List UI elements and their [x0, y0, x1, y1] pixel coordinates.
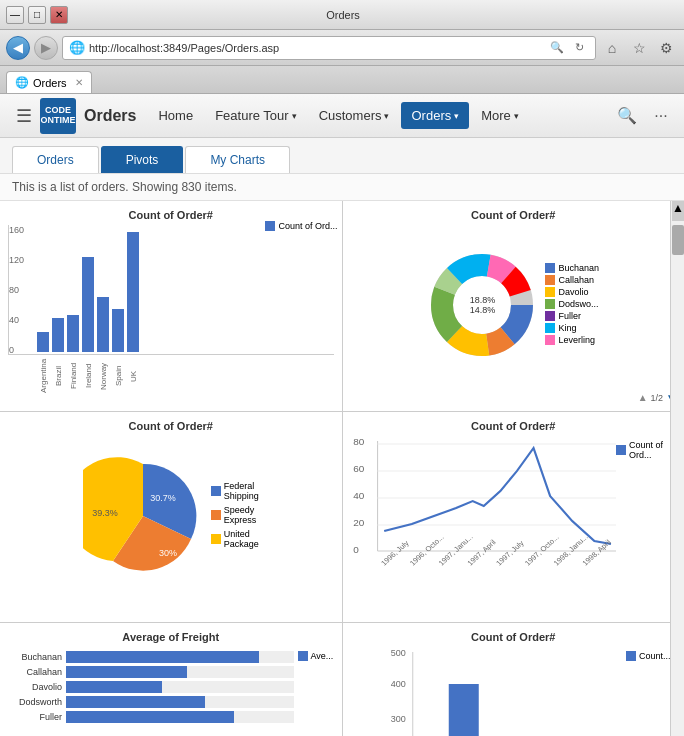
back-button[interactable]: ◀: [6, 36, 30, 60]
donut-legend-king: King: [545, 323, 599, 333]
donut-chart-title: Count of Order#: [351, 209, 677, 221]
tab-my-charts-label: My Charts: [210, 153, 265, 167]
line-legend-color: [616, 445, 626, 455]
hbar-row-davolio: Davolio: [8, 681, 294, 693]
svg-text:300: 300: [390, 714, 405, 724]
hbar-legend: Ave...: [294, 647, 334, 730]
bar-norway: [97, 297, 109, 352]
nav-home[interactable]: Home: [148, 102, 203, 129]
page-tabs: Orders Pivots My Charts: [0, 138, 684, 174]
browser-toolbar-right: ⌂ ☆ ⚙: [600, 36, 678, 60]
nav-more[interactable]: More ▾: [471, 102, 529, 129]
forward-button[interactable]: ▶: [34, 36, 58, 60]
donut-center-label2: 14.8%: [470, 305, 496, 315]
scroll-thumb[interactable]: [672, 225, 684, 255]
line-chart-cell: Count of Order# 80 60 40 20: [343, 412, 685, 622]
buchanan-color: [545, 263, 555, 273]
tab-favicon: 🌐: [15, 76, 29, 89]
favorites-icon[interactable]: ☆: [627, 36, 651, 60]
app-logo: CODE ONTIME: [40, 98, 76, 134]
donut-legend-davolio: Davolio: [545, 287, 599, 297]
bar2-chart-cell: Count of Order# 500 400 300: [343, 623, 685, 736]
donut-legend-buchanan: Buchanan: [545, 263, 599, 273]
bar-chart-cell: Count of Order# 160 120 80 40 0: [0, 201, 342, 411]
address-favicon: 🌐: [69, 40, 85, 55]
window-title: Orders: [326, 9, 360, 21]
nav-search-button[interactable]: 🔍: [612, 101, 642, 131]
tab-my-charts[interactable]: My Charts: [185, 146, 290, 173]
nav-more-button[interactable]: ···: [646, 101, 676, 131]
hbar-legend-item: Ave...: [298, 651, 334, 661]
bar-legend-item: Count of Ord...: [265, 221, 337, 231]
leverling-color: [545, 335, 555, 345]
nav-feature-tour-label: Feature Tour: [215, 108, 288, 123]
hbar-row-callahan: Callahan: [8, 666, 294, 678]
donut-legend: Buchanan Callahan Davolio: [545, 263, 599, 347]
address-bar[interactable]: 🌐 http://localhost:3849/Pages/Orders.asp…: [62, 36, 596, 60]
pie-chart-cell: Count of Order# 30.7%: [0, 412, 342, 622]
bar-legend-label: Count of Ord...: [278, 221, 337, 231]
titlebar-left: — □ ✕: [6, 6, 68, 24]
tab-orders[interactable]: Orders: [12, 146, 99, 173]
maximize-button[interactable]: □: [28, 6, 46, 24]
svg-text:500: 500: [390, 648, 405, 658]
info-bar: This is a list of orders. Showing 830 it…: [0, 174, 684, 201]
svg-text:30%: 30%: [159, 548, 177, 558]
settings-icon[interactable]: ⚙: [654, 36, 678, 60]
bar-brazil: [52, 318, 64, 352]
logo-line2: ONTIME: [41, 116, 76, 126]
bar2-legend-item: Count...: [626, 651, 676, 661]
nav-more-label: More: [481, 108, 511, 123]
scrollbar[interactable]: ▲ ▼: [670, 201, 684, 736]
nav-customers[interactable]: Customers ▾: [309, 102, 400, 129]
hbar-row-buchanan: Buchanan: [8, 651, 294, 663]
tab-label: Orders: [33, 77, 67, 89]
address-text: http://localhost:3849/Pages/Orders.asp: [89, 42, 543, 54]
federal-color: [211, 486, 221, 496]
united-color: [211, 534, 221, 544]
info-text: This is a list of orders. Showing 830 it…: [12, 180, 237, 194]
donut-legend-dodsworth: Dodswо...: [545, 299, 599, 309]
svg-text:20: 20: [353, 517, 364, 527]
hamburger-menu[interactable]: ☰: [8, 100, 40, 132]
svg-rect-37: [448, 684, 478, 736]
bar-legend-color: [265, 221, 275, 231]
line-chart-title: Count of Order#: [351, 420, 677, 432]
svg-text:1996, July: 1996, July: [378, 539, 410, 568]
address-actions: 🔍 ↻: [547, 38, 589, 58]
feature-tour-arrow: ▾: [292, 111, 297, 121]
bar-uk: [127, 232, 139, 352]
tab-pivots[interactable]: Pivots: [101, 146, 184, 173]
hbar-area: Buchanan Callahan Davolio: [8, 647, 294, 730]
nav-orders-label: Orders: [411, 108, 451, 123]
scroll-up-arrow[interactable]: ▲: [672, 201, 684, 221]
app-navbar: ☰ CODE ONTIME Orders Home Feature Tour ▾…: [0, 94, 684, 138]
home-icon[interactable]: ⌂: [600, 36, 624, 60]
bar2-svg: 500 400 300: [351, 647, 627, 736]
nav-feature-tour[interactable]: Feature Tour ▾: [205, 102, 306, 129]
bar2-legend: Count...: [626, 647, 676, 736]
nav-orders[interactable]: Orders ▾: [401, 102, 469, 129]
fuller-color: [545, 311, 555, 321]
browser-titlebar: — □ ✕ Orders: [0, 0, 684, 30]
tab-close-icon[interactable]: ✕: [75, 77, 83, 88]
customers-arrow: ▾: [384, 111, 389, 121]
bar2-chart-title: Count of Order#: [351, 631, 677, 643]
logo-icon: CODE ONTIME: [40, 98, 76, 134]
pie-legend-federal: FederalShipping: [211, 481, 259, 501]
nav-right: 🔍 ···: [612, 101, 676, 131]
close-button[interactable]: ✕: [50, 6, 68, 24]
bar-argentina: [37, 332, 49, 352]
king-color: [545, 323, 555, 333]
svg-text:40: 40: [353, 490, 364, 500]
page-indicator: 1/2: [651, 393, 664, 403]
bar-chart-title: Count of Order#: [8, 209, 334, 221]
refresh-icon[interactable]: ↻: [569, 38, 589, 58]
search-icon[interactable]: 🔍: [547, 38, 567, 58]
pie-legend-speedy: SpeedyExpress: [211, 505, 259, 525]
minimize-button[interactable]: —: [6, 6, 24, 24]
page-up-arrow[interactable]: ▲: [638, 392, 648, 403]
svg-text:400: 400: [390, 679, 405, 689]
svg-text:0: 0: [353, 544, 359, 554]
browser-tab-orders[interactable]: 🌐 Orders ✕: [6, 71, 92, 93]
